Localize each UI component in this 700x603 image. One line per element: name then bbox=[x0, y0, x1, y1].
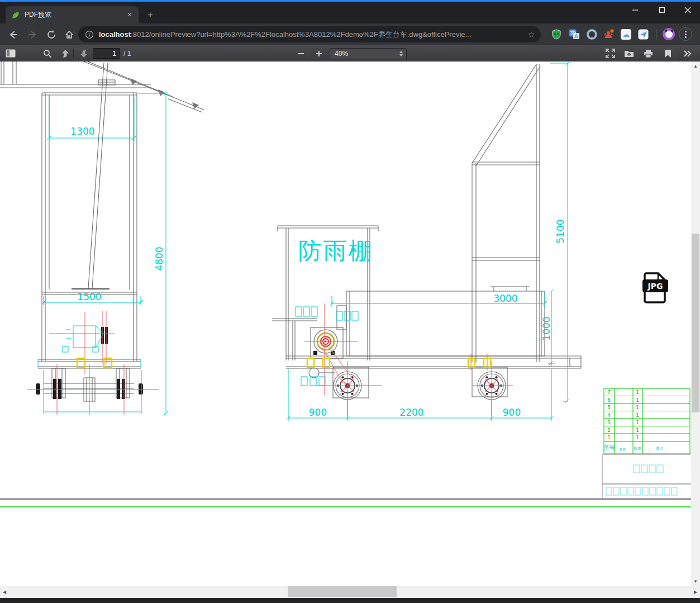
canopy-label: 防雨棚 bbox=[298, 237, 374, 264]
reload-icon[interactable] bbox=[45, 28, 58, 41]
dim-5100: 5100 bbox=[555, 219, 566, 243]
more-tools-icon[interactable] bbox=[682, 48, 694, 59]
row-qty: 1 bbox=[636, 397, 639, 403]
cad-drawing: 1300 4800 1500 3000 1000 5100 900 2200 9… bbox=[0, 61, 700, 586]
ring-extension-icon[interactable] bbox=[586, 29, 598, 40]
presentation-mode-icon[interactable] bbox=[604, 48, 616, 59]
new-tab-button[interactable]: + bbox=[144, 9, 156, 21]
cad-structure bbox=[0, 61, 581, 401]
row-qty: 1 bbox=[636, 390, 639, 395]
url-text: localhost:8012/onlinePreview?url=http%3A… bbox=[99, 30, 525, 40]
scroll-up-icon[interactable]: ▲ bbox=[691, 61, 700, 70]
forward-icon[interactable] bbox=[26, 28, 39, 41]
url-path: :8012/onlinePreview?url=http%3A%2F%2Floc… bbox=[131, 30, 471, 39]
cad-solids bbox=[36, 78, 502, 399]
bird-extension-icon[interactable] bbox=[637, 29, 649, 40]
row-qty: 1 bbox=[636, 420, 639, 425]
title-block-rows: 71 61 51 41 31 21 11 bbox=[607, 390, 639, 440]
browser-window: PDF预览 × + localhost:80 bbox=[0, 0, 700, 603]
home-icon[interactable] bbox=[63, 28, 76, 41]
header-qty: 数量 bbox=[634, 447, 641, 451]
window-bottom-edge bbox=[0, 598, 700, 603]
zoom-value: 40% bbox=[335, 50, 399, 58]
cad-structure-thick bbox=[72, 289, 499, 393]
scroll-down-icon[interactable]: ▼ bbox=[691, 577, 700, 586]
pdf-toolbar: / 1 40% bbox=[0, 45, 700, 61]
badged-extension-icon[interactable] bbox=[603, 29, 615, 40]
row-seq: 2 bbox=[607, 428, 611, 433]
dim-1500: 1500 bbox=[77, 291, 101, 302]
jpg-file-icon[interactable]: JPG bbox=[642, 273, 668, 302]
tab-bar: PDF预览 × + bbox=[0, 2, 700, 23]
profile-avatar[interactable] bbox=[663, 28, 675, 40]
row-seq: 4 bbox=[607, 412, 611, 418]
horizontal-scrollbar[interactable]: ◀ ▶ bbox=[0, 586, 700, 598]
back-icon[interactable] bbox=[7, 28, 20, 41]
bookmark-icon[interactable] bbox=[661, 48, 674, 59]
url-host: localhost bbox=[99, 30, 131, 39]
page-up-icon[interactable] bbox=[59, 48, 72, 59]
cloud-extension-icon[interactable]: ☁ bbox=[620, 29, 632, 40]
row-qty: 1 bbox=[636, 405, 639, 410]
title-block-placeholder-text bbox=[606, 465, 677, 495]
maximize-button[interactable] bbox=[657, 5, 667, 15]
search-icon[interactable] bbox=[41, 48, 54, 59]
vertical-scrollbar[interactable]: ▲ ▼ bbox=[691, 61, 700, 586]
title-block-grid bbox=[604, 388, 690, 454]
dim-1000: 1000 bbox=[541, 316, 552, 340]
title-block-frames bbox=[602, 454, 693, 499]
horizontal-scrollbar-thumb[interactable] bbox=[288, 586, 397, 597]
toolbar-divider bbox=[73, 49, 74, 58]
dim-900-rear: 900 bbox=[503, 407, 521, 418]
row-seq: 6 bbox=[607, 397, 611, 403]
browser-tab[interactable]: PDF预览 × bbox=[6, 6, 139, 23]
row-seq: 3 bbox=[607, 420, 611, 425]
zoom-in-icon[interactable] bbox=[313, 48, 325, 59]
pdf-page-view: 1300 4800 1500 3000 1000 5100 900 2200 9… bbox=[0, 61, 700, 586]
toolbar-divider bbox=[675, 49, 675, 58]
open-file-icon[interactable] bbox=[623, 48, 635, 59]
row-seq: 5 bbox=[607, 405, 611, 410]
tampermonkey-extension-icon[interactable] bbox=[550, 29, 562, 40]
print-icon[interactable] bbox=[642, 48, 654, 59]
header-note: 备注 bbox=[656, 446, 664, 451]
header-name: 名称 bbox=[619, 447, 626, 452]
header-seq: 序号 bbox=[603, 444, 615, 452]
select-arrows-icon bbox=[399, 51, 403, 56]
tab-close-icon[interactable]: × bbox=[125, 11, 134, 20]
vertical-scrollbar-thumb[interactable] bbox=[692, 234, 699, 412]
jpg-label: JPG bbox=[647, 282, 663, 291]
scroll-right-icon[interactable]: ▶ bbox=[691, 586, 700, 598]
translate-extension-icon[interactable] bbox=[568, 29, 580, 40]
row-qty: 1 bbox=[636, 412, 639, 418]
zoom-out-icon[interactable] bbox=[295, 48, 307, 59]
info-icon[interactable] bbox=[85, 30, 94, 39]
toolbar-divider bbox=[308, 49, 308, 58]
dim-3000: 3000 bbox=[493, 293, 517, 304]
zoom-select[interactable]: 40% bbox=[330, 48, 407, 59]
navigation-bar: localhost:8012/onlinePreview?url=http%3A… bbox=[0, 23, 700, 45]
tab-title: PDF预览 bbox=[25, 10, 125, 20]
close-button[interactable] bbox=[683, 5, 693, 15]
minimize-button[interactable] bbox=[630, 5, 640, 15]
bookmark-star-icon[interactable]: ☆ bbox=[528, 30, 535, 40]
scroll-left-icon[interactable]: ◀ bbox=[0, 586, 9, 598]
row-seq: 7 bbox=[607, 390, 611, 395]
page-number-input[interactable] bbox=[93, 48, 120, 59]
toolbar-divider bbox=[656, 29, 656, 40]
row-seq: 1 bbox=[607, 435, 611, 440]
page-down-icon[interactable] bbox=[78, 48, 90, 59]
sidebar-toggle-icon[interactable] bbox=[4, 48, 17, 59]
dim-2200: 2200 bbox=[399, 407, 423, 418]
row-qty: 1 bbox=[636, 428, 639, 433]
dim-4800: 4800 bbox=[154, 246, 165, 270]
row-qty: 1 bbox=[636, 435, 639, 440]
url-bar[interactable]: localhost:8012/onlinePreview?url=http%3A… bbox=[78, 26, 541, 42]
page-count-label: / 1 bbox=[123, 50, 131, 58]
chrome-menu-icon[interactable] bbox=[679, 27, 692, 41]
spring-leaf-icon bbox=[11, 11, 20, 20]
dim-1300: 1300 bbox=[70, 126, 94, 137]
dim-900-front: 900 bbox=[309, 407, 327, 418]
